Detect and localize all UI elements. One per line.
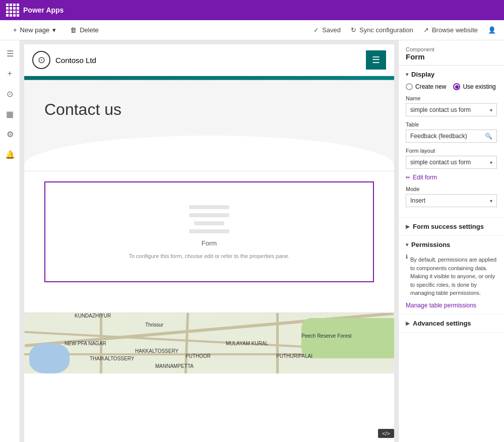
name-chevron-icon: ▾ bbox=[490, 107, 492, 113]
form-title-header: Form bbox=[406, 52, 497, 61]
sync-label: Sync configuration bbox=[359, 26, 413, 34]
name-field-label: Name bbox=[406, 95, 497, 101]
new-page-button[interactable]: + New page ▾ bbox=[8, 24, 61, 36]
map-area5-label: NEW PFA NAGAR bbox=[65, 341, 106, 346]
canvas-inner: ⊙ Contoso Ltd ☰ Contact us bbox=[24, 44, 394, 442]
permissions-label: Permissions bbox=[411, 241, 450, 248]
map-area-label: MULAYAM KURAL bbox=[226, 341, 268, 346]
layout-chevron-icon: ▾ bbox=[490, 160, 492, 165]
map-reserve-label: Peech Reserve Forest bbox=[301, 333, 352, 339]
code-button[interactable]: </> bbox=[378, 429, 394, 438]
create-new-radio-circle bbox=[406, 83, 413, 90]
sync-config-button[interactable]: ↻ Sync configuration bbox=[351, 26, 413, 34]
site-logo: ⊙ Contoso Ltd bbox=[32, 51, 96, 69]
advanced-label: Advanced settings bbox=[413, 320, 471, 327]
form-icon bbox=[189, 205, 229, 233]
name-select[interactable]: simple contact us form ▾ bbox=[406, 103, 497, 116]
use-existing-radio[interactable]: Use existing bbox=[453, 83, 495, 90]
use-existing-label: Use existing bbox=[463, 83, 495, 90]
permissions-chevron-icon: ▾ bbox=[406, 242, 408, 247]
map-area2-label: PUTHOOR bbox=[185, 353, 211, 359]
form-layout-select[interactable]: simple contact us form ▾ bbox=[406, 156, 497, 169]
left-sidebar: ☰ + ⊙ ▦ ⚙ 🔔 bbox=[0, 40, 20, 442]
contact-section: Contact us bbox=[24, 80, 394, 171]
permissions-section-header[interactable]: ▾ Permissions bbox=[406, 241, 497, 248]
radio-group: Create new Use existing bbox=[406, 83, 497, 90]
toolbar: + New page ▾ 🗑 Delete ✓ Saved ↻ Sync con… bbox=[0, 20, 504, 40]
map-section: Thrissur MULAYAM KURAL PUTHOOR PUTHURIPA… bbox=[24, 313, 394, 373]
delete-button[interactable]: 🗑 Delete bbox=[65, 24, 104, 36]
table-select-value: Feedback (feedback) bbox=[410, 133, 467, 140]
edit-form-link[interactable]: ✏ Edit form bbox=[406, 174, 497, 181]
plus-icon: + bbox=[13, 26, 17, 34]
map-city-label: Thrissur bbox=[145, 322, 163, 328]
browse-website-button[interactable]: ↗ Browse website bbox=[423, 26, 478, 34]
manage-permissions-link[interactable]: Manage table permissions bbox=[406, 302, 476, 309]
form-subtitle-text: To configure this form, choose edit or r… bbox=[129, 253, 289, 259]
display-section: ▾ Display Create new Use existing Name s… bbox=[399, 66, 504, 218]
topbar: Power Apps bbox=[0, 0, 504, 20]
sidebar-item-pages[interactable]: ☰ bbox=[1, 44, 19, 62]
app-name: Power Apps bbox=[23, 6, 64, 14]
delete-icon: 🗑 bbox=[70, 26, 77, 34]
saved-status: ✓ Saved bbox=[313, 26, 341, 34]
mode-select[interactable]: Insert ▾ bbox=[406, 194, 497, 207]
advanced-section[interactable]: ▶ Advanced settings bbox=[399, 314, 504, 333]
use-existing-radio-circle bbox=[453, 83, 460, 90]
component-label: Component bbox=[406, 46, 497, 52]
form-layout-label: Form layout bbox=[406, 148, 497, 154]
mode-value: Insert bbox=[410, 197, 425, 204]
map-area7-label: MANNAMPETTA bbox=[155, 363, 194, 369]
bg-shape bbox=[24, 136, 394, 171]
sidebar-item-add[interactable]: + bbox=[1, 65, 19, 83]
grid-icon bbox=[6, 4, 19, 17]
contact-title: Contact us bbox=[44, 100, 374, 119]
pencil-icon: ✏ bbox=[406, 174, 410, 181]
form-success-section[interactable]: ▶ Form success settings bbox=[399, 218, 504, 236]
mode-field-label: Mode bbox=[406, 186, 497, 192]
map-image: Thrissur MULAYAM KURAL PUTHOOR PUTHURIPA… bbox=[24, 313, 394, 373]
create-new-radio[interactable]: Create new bbox=[406, 83, 446, 90]
form-placeholder[interactable]: Form To configure this form, choose edit… bbox=[44, 181, 374, 282]
edit-form-label: Edit form bbox=[413, 174, 437, 181]
mode-chevron-icon: ▾ bbox=[490, 198, 492, 204]
table-field-label: Table bbox=[406, 121, 497, 128]
app-logo: Power Apps bbox=[6, 4, 64, 17]
sync-icon: ↻ bbox=[351, 26, 356, 34]
form-title-text: Form bbox=[202, 239, 217, 247]
site-header: ⊙ Contoso Ltd ☰ bbox=[24, 44, 394, 76]
display-section-header[interactable]: ▾ Display bbox=[406, 71, 497, 78]
delete-label: Delete bbox=[80, 26, 99, 34]
advanced-chevron-icon: ▶ bbox=[406, 321, 410, 326]
create-new-label: Create new bbox=[415, 83, 446, 90]
map-area8-label: HAKKALTOSSERY bbox=[135, 348, 178, 354]
sidebar-item-settings[interactable]: ⚙ bbox=[1, 125, 19, 143]
main-layout: ☰ + ⊙ ▦ ⚙ 🔔 ⊙ Contoso Ltd ☰ Contact us bbox=[0, 40, 504, 442]
site-menu-button[interactable]: ☰ bbox=[366, 50, 386, 70]
name-select-value: simple contact us form bbox=[410, 106, 471, 113]
avatar-icon: 👤 bbox=[488, 26, 496, 34]
form-layout-value: simple contact us form bbox=[410, 159, 471, 166]
chevron-right-icon: ▶ bbox=[406, 224, 410, 229]
map-area4-label: KUNDAZHIYUR bbox=[75, 313, 111, 319]
spacer bbox=[24, 292, 394, 312]
canvas-area[interactable]: ⊙ Contoso Ltd ☰ Contact us bbox=[20, 40, 398, 442]
permissions-section: ▾ Permissions ℹ By default, permissions … bbox=[399, 236, 504, 314]
site-name: Contoso Ltd bbox=[55, 56, 96, 65]
permissions-text: By default, permissions are applied to c… bbox=[410, 256, 497, 297]
logo-circle: ⊙ bbox=[32, 51, 50, 69]
check-icon: ✓ bbox=[313, 26, 319, 34]
chevron-down-icon: ▾ bbox=[52, 26, 56, 34]
external-link-icon: ↗ bbox=[423, 26, 429, 34]
teal-bar bbox=[24, 76, 394, 80]
user-avatar[interactable]: 👤 bbox=[488, 26, 496, 34]
map-area3-label: PUTHURIPALAI bbox=[276, 353, 312, 359]
table-select[interactable]: Feedback (feedback) 🔍 bbox=[406, 130, 497, 143]
info-icon: ℹ bbox=[406, 254, 408, 260]
sidebar-item-notifications[interactable]: 🔔 bbox=[1, 145, 19, 163]
sidebar-item-data[interactable]: ▦ bbox=[1, 105, 19, 123]
chevron-down-icon: ▾ bbox=[406, 72, 408, 77]
browse-label: Browse website bbox=[432, 26, 478, 34]
sidebar-item-components[interactable]: ⊙ bbox=[1, 85, 19, 103]
toolbar-right: ✓ Saved ↻ Sync configuration ↗ Browse we… bbox=[313, 26, 496, 34]
